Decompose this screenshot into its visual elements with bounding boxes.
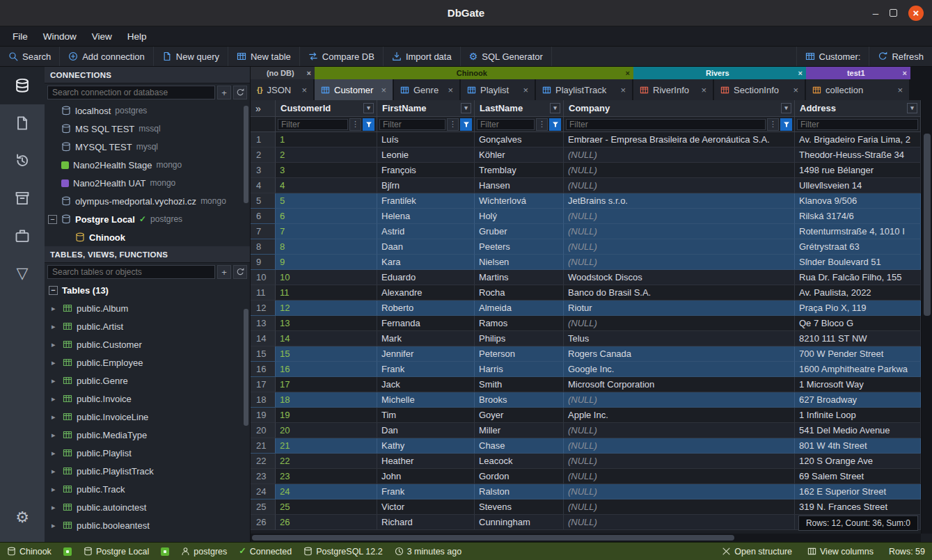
filter-input-customerid[interactable] xyxy=(278,119,348,130)
grid-cell[interactable]: Rotenturmstraße 4, 1010 I xyxy=(795,224,921,239)
connection-item[interactable]: localhostpostgres xyxy=(45,102,250,120)
rail-item-settings[interactable]: ⚙ xyxy=(0,499,45,536)
grid-cell[interactable]: Theodor-Heuss-Straße 34 xyxy=(795,147,921,163)
grid-cell[interactable]: 23 xyxy=(276,469,377,484)
table-item[interactable]: ▸public.PlaylistTrack xyxy=(45,462,250,480)
row-number[interactable]: 25 xyxy=(251,499,276,515)
grid-cell[interactable]: Praça Pio X, 119 xyxy=(795,301,921,316)
grid-cell[interactable]: Mark xyxy=(377,331,475,346)
grid-cell[interactable]: (NULL) xyxy=(564,209,795,224)
row-number[interactable]: 13 xyxy=(251,316,276,331)
grid-cell[interactable]: Embraer - Empresa Brasileira de Aeronáut… xyxy=(564,132,795,147)
row-number[interactable]: 17 xyxy=(251,377,276,392)
grid-cell[interactable]: Jack xyxy=(377,377,475,392)
table-item[interactable]: ▸public.InvoiceLine xyxy=(45,408,250,426)
row-number[interactable]: 7 xyxy=(251,224,276,239)
grid-cell[interactable]: Goyer xyxy=(475,408,564,423)
rail-item-apps[interactable] xyxy=(0,217,45,255)
grid-cell[interactable]: Microsoft Corporation xyxy=(564,377,795,392)
toolbar-customer-button[interactable]: Customer: xyxy=(796,47,869,66)
grid-cell[interactable]: 17 xyxy=(276,377,377,392)
grid-cell[interactable]: Leacock xyxy=(475,454,564,469)
chevron-right-icon[interactable]: ▸ xyxy=(52,376,58,385)
filter-input-firstname[interactable] xyxy=(379,119,445,130)
grid-cell[interactable]: Ramos xyxy=(475,316,564,331)
close-icon[interactable]: × xyxy=(523,86,528,95)
toolbar-refresh-button[interactable]: Refresh xyxy=(869,47,932,66)
maximize-button[interactable] xyxy=(890,9,897,17)
grid-cell[interactable]: Astrid xyxy=(377,224,475,239)
close-icon[interactable]: × xyxy=(620,86,626,95)
grid-cell[interactable]: Rocha xyxy=(475,285,564,301)
row-number[interactable]: 18 xyxy=(251,392,276,408)
grid-cell[interactable]: Nielsen xyxy=(475,255,564,270)
grid-cell[interactable]: Leonie xyxy=(377,147,475,163)
grid-cell[interactable]: 120 S Orange Ave xyxy=(795,454,921,469)
close-icon[interactable]: × xyxy=(626,70,630,77)
add-connection-small-button[interactable]: + xyxy=(217,86,231,99)
grid-cell[interactable]: Holý xyxy=(475,209,564,224)
grid-cell[interactable]: Alexandre xyxy=(377,285,475,301)
row-number[interactable]: 4 xyxy=(251,178,276,193)
filter-input-lastname[interactable] xyxy=(477,119,535,130)
tables-search-input[interactable] xyxy=(47,265,215,279)
grid-cell[interactable]: (NULL) xyxy=(564,515,795,530)
column-header-lastname[interactable]: LastName▾ xyxy=(475,100,564,116)
toolbar-import-data-button[interactable]: Import data xyxy=(384,47,461,66)
refresh-tables-button[interactable] xyxy=(233,265,247,279)
close-icon[interactable]: × xyxy=(381,86,386,95)
table-item[interactable]: ▸public.Track xyxy=(45,480,250,498)
chevron-right-icon[interactable]: ▸ xyxy=(52,521,58,530)
grid-cell[interactable]: Ralston xyxy=(475,484,564,499)
grid-cell[interactable]: Jennifer xyxy=(377,346,475,362)
close-icon[interactable]: × xyxy=(793,86,798,95)
grid-cell[interactable]: (NULL) xyxy=(564,255,795,270)
grid-cell[interactable]: 20 xyxy=(276,423,377,438)
table-item[interactable]: ▸public.Invoice xyxy=(45,390,250,408)
row-number[interactable]: 16 xyxy=(251,362,276,377)
row-number[interactable]: 10 xyxy=(251,270,276,285)
grid-cell[interactable]: (NULL) xyxy=(564,454,795,469)
close-icon[interactable]: × xyxy=(897,86,903,95)
grid-cell[interactable]: Roberto xyxy=(377,301,475,316)
filter-funnel-button[interactable] xyxy=(549,118,561,131)
grid-cell[interactable]: Miller xyxy=(475,423,564,438)
grid-cell[interactable]: 1 Infinite Loop xyxy=(795,408,921,423)
chevron-right-icon[interactable]: ▸ xyxy=(52,449,58,458)
tab-group-no-db[interactable]: (no DB)× xyxy=(251,67,315,79)
row-number[interactable]: 24 xyxy=(251,484,276,499)
close-icon[interactable]: × xyxy=(701,86,706,95)
grid-cell[interactable]: 12 xyxy=(276,301,377,316)
grid-cell[interactable]: Banco do Brasil S.A. xyxy=(564,285,795,301)
grid-cell[interactable]: 15 xyxy=(276,346,377,362)
horizontal-scrollbar-thumb[interactable] xyxy=(252,535,734,541)
column-dropdown-icon[interactable]: ▾ xyxy=(781,103,791,113)
grid-cell[interactable]: 26 xyxy=(276,515,377,530)
row-number[interactable]: 15 xyxy=(251,346,276,362)
grid-cell[interactable]: Woodstock Discos xyxy=(564,270,795,285)
table-item[interactable]: ▸public.MediaType xyxy=(45,426,250,444)
tab-sectioninfo[interactable]: SectionInfo× xyxy=(714,79,806,100)
grid-cell[interactable]: 8 xyxy=(276,239,377,255)
connection-item[interactable]: Nano2Health Stagemongo xyxy=(45,156,250,174)
grid-cell[interactable]: Daan xyxy=(377,239,475,255)
grid-cell[interactable]: Google Inc. xyxy=(564,362,795,377)
row-number[interactable]: 1 xyxy=(251,132,276,147)
table-item[interactable]: ▸public.Artist xyxy=(45,317,250,335)
tab-genre[interactable]: Genre× xyxy=(394,79,461,100)
row-number[interactable]: 11 xyxy=(251,285,276,301)
connection-item[interactable]: MS SQL TESTmssql xyxy=(45,120,250,138)
grid-cell[interactable]: Kara xyxy=(377,255,475,270)
menu-item-window[interactable]: Window xyxy=(36,29,84,44)
database-item-chinook[interactable]: Chinook xyxy=(45,228,250,246)
column-dropdown-icon[interactable]: ▾ xyxy=(363,103,374,113)
grid-cell[interactable]: 9 xyxy=(276,255,377,270)
grid-cell[interactable]: 700 W Pender Street xyxy=(795,346,921,362)
grid-cell[interactable]: François xyxy=(377,163,475,178)
grid-cell[interactable]: 162 E Superior Street xyxy=(795,484,921,499)
filter-menu-button[interactable]: ⋮ xyxy=(767,118,779,131)
row-number[interactable]: 6 xyxy=(251,209,276,224)
grid-cell[interactable]: (NULL) xyxy=(564,469,795,484)
grid-cell[interactable]: Helena xyxy=(377,209,475,224)
grid-cell[interactable]: John xyxy=(377,469,475,484)
